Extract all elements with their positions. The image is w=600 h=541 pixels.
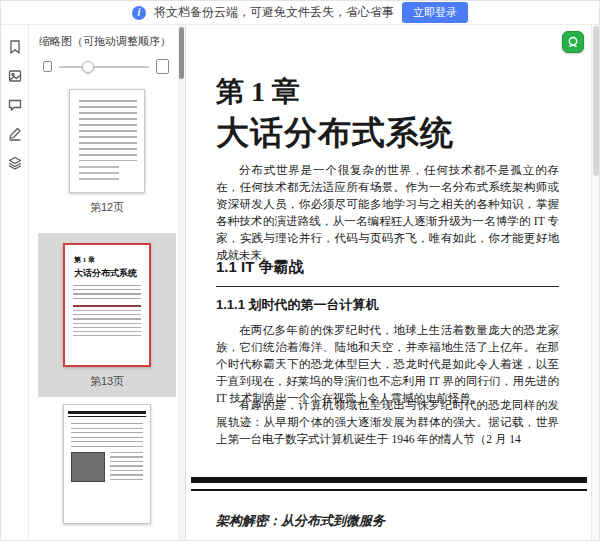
page-12-content-lines (79, 100, 137, 162)
viewer-scrollbar[interactable] (591, 25, 599, 541)
tool-rail (1, 25, 29, 541)
thumbnail-panel: 缩略图（可拖动调整顺序） 第12页 第 (29, 25, 186, 541)
thumbnail-scrollbar[interactable] (178, 25, 185, 541)
page-break-rule-thin (191, 489, 587, 491)
mini-paragraph (110, 452, 143, 482)
pdf-viewer: 第 1 章 大话分布式系统 分布式世界是一个很复杂的世界，任何技术都不是孤立的存… (186, 25, 599, 541)
signature-icon[interactable] (7, 126, 23, 142)
thumbnail-size-slider-knob[interactable] (82, 61, 94, 73)
chapter-title: 大话分布式系统 (216, 111, 454, 156)
mini-paragraph (71, 423, 143, 447)
thumbnail-panel-title: 缩略图（可拖动调整顺序） (29, 25, 185, 54)
mini-paragraph (73, 285, 141, 301)
mini-header-rule-thin (68, 416, 146, 417)
page-14-preview (63, 404, 151, 524)
mini-paragraph (73, 310, 141, 336)
subsection-heading: 1.1.1 划时代的第一台计算机 (216, 296, 379, 314)
body-paragraph-1: 在两亿多年前的侏罗纪时代，地球上生活着数量庞大的恐龙家族，它们统治着海洋、陆地和… (216, 322, 559, 407)
notification-message: 将文档备份云端，可避免文件丢失，省心省事 (154, 4, 394, 21)
thumbnail-size-slider[interactable] (59, 66, 149, 68)
page-label: 第12页 (90, 200, 124, 215)
mini-chapter-label: 第 1 章 (74, 255, 149, 265)
image-icon[interactable] (7, 68, 23, 84)
page-12-preview (69, 89, 145, 193)
comment-icon[interactable] (7, 97, 23, 113)
body-paragraph-2: 有趣的是，计算机领域也呈现出与侏罗纪时代的恐龙同样的发展轨迹：从早期个体的强大逐… (216, 397, 559, 448)
mini-figure (71, 452, 105, 482)
section-heading: 1.1 IT 争霸战 (216, 258, 559, 287)
mini-section-rule (73, 305, 141, 307)
info-icon: i (132, 6, 146, 20)
page-thumbnail-14[interactable] (38, 397, 176, 530)
page-break-rule-thick (191, 477, 587, 483)
page-12-content-lines-short (79, 166, 119, 180)
chapter-label: 第 1 章 (216, 73, 300, 111)
assistant-widget-icon[interactable] (562, 31, 584, 53)
mini-chapter-title: 大话分布式系统 (74, 267, 149, 280)
thumbnail-list: 第12页 第 1 章 大话分布式系统 第13页 (29, 82, 185, 530)
bookmark-icon[interactable] (7, 39, 23, 55)
viewer-scrollbar-thumb[interactable] (593, 26, 599, 176)
notification-bar: i 将文档备份云端，可避免文件丢失，省心省事 立即登录 (1, 1, 599, 25)
book-footer-title: 架构解密：从分布式到微服务 (216, 512, 385, 530)
page-label: 第13页 (90, 374, 124, 389)
mini-header-rule (68, 411, 146, 414)
thumbnail-smaller-icon[interactable] (43, 61, 52, 72)
intro-paragraph: 分布式世界是一个很复杂的世界，任何技术都不是孤立的存在，任何技术都无法适应所有场… (216, 162, 559, 264)
app-window: i 将文档备份云端，可避免文件丢失，省心省事 立即登录 缩略图（可拖动调整 (0, 0, 600, 541)
pdf-page: 第 1 章 大话分布式系统 分布式世界是一个很复杂的世界，任何技术都不是孤立的存… (186, 25, 599, 541)
thumbnail-scrollbar-thumb[interactable] (179, 27, 184, 79)
login-button[interactable]: 立即登录 (402, 2, 468, 23)
page-13-preview: 第 1 章 大话分布式系统 (63, 243, 151, 367)
thumbnail-larger-icon[interactable] (156, 59, 169, 74)
layers-icon[interactable] (7, 155, 23, 171)
page-thumbnail-12[interactable]: 第12页 (38, 82, 176, 221)
thumbnail-zoom-controls (29, 54, 185, 82)
page-thumbnail-13[interactable]: 第 1 章 大话分布式系统 第13页 (38, 233, 176, 397)
